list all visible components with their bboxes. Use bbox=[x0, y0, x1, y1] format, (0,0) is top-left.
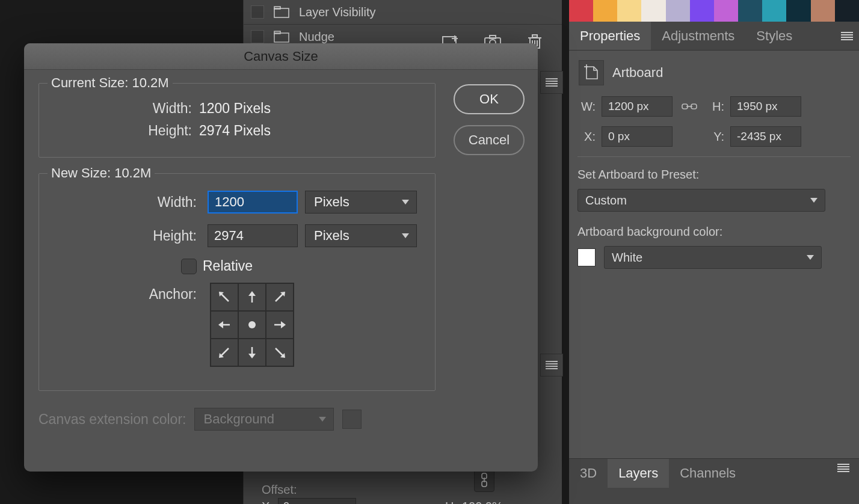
height-units-dropdown[interactable]: Pixels bbox=[305, 224, 417, 247]
thumbnail-swatch bbox=[593, 0, 617, 22]
anchor-nw[interactable] bbox=[211, 283, 238, 311]
artboard-title: Artboard bbox=[612, 65, 663, 81]
bgcolor-value: White bbox=[612, 251, 642, 265]
ok-button[interactable]: OK bbox=[454, 84, 525, 114]
chain-link-icon bbox=[479, 473, 489, 487]
thumbnail-swatch bbox=[690, 0, 714, 22]
panel-menu-button[interactable] bbox=[540, 71, 563, 94]
bgcolor-swatch[interactable] bbox=[577, 248, 596, 266]
panel-tabs: Properties Adjustments Styles bbox=[569, 22, 859, 51]
preset-dropdown[interactable]: Custom bbox=[577, 189, 825, 212]
properties-content: W: H: X: Y: Set Artboard to Preset: Cust… bbox=[569, 91, 859, 281]
width-input[interactable] bbox=[602, 96, 673, 117]
folder-icon bbox=[274, 31, 289, 43]
tab-3d[interactable]: 3D bbox=[569, 459, 608, 488]
svg-marker-37 bbox=[248, 354, 256, 358]
anchor-n[interactable] bbox=[238, 283, 266, 311]
thumbnail-swatch bbox=[714, 0, 738, 22]
link-wh-button[interactable] bbox=[679, 102, 700, 111]
offset-x-input[interactable] bbox=[278, 498, 356, 504]
new-size-legend: New Size: 10.2M bbox=[48, 165, 155, 181]
svg-marker-31 bbox=[218, 321, 223, 328]
thumbnail-swatch bbox=[666, 0, 690, 22]
current-size-legend: Current Size: 10.2M bbox=[48, 75, 173, 91]
svg-rect-1 bbox=[274, 7, 280, 9]
folder-icon bbox=[274, 6, 289, 18]
thumbnail-swatch bbox=[641, 0, 665, 22]
height-label: H: bbox=[706, 100, 724, 114]
new-height-input[interactable] bbox=[208, 224, 298, 247]
svg-marker-27 bbox=[248, 291, 256, 296]
preset-value: Custom bbox=[585, 194, 627, 207]
history-toggle-box[interactable] bbox=[251, 5, 264, 19]
preset-section-label: Set Artboard to Preset: bbox=[577, 168, 851, 182]
relative-label: Relative bbox=[203, 258, 253, 274]
offset-label: Offset: bbox=[262, 483, 297, 497]
x-input[interactable] bbox=[602, 126, 673, 147]
link-dimensions-button[interactable] bbox=[474, 468, 494, 492]
bgcolor-dropdown[interactable]: White bbox=[604, 246, 822, 269]
anchor-e[interactable] bbox=[266, 311, 294, 339]
thumbnail-swatch bbox=[786, 0, 810, 22]
svg-rect-2 bbox=[274, 33, 289, 42]
new-width-input[interactable] bbox=[208, 191, 298, 214]
bgcolor-section-label: Artboard background color: bbox=[577, 225, 851, 239]
anchor-s[interactable] bbox=[238, 339, 266, 366]
chevron-down-icon bbox=[402, 233, 409, 238]
y-input[interactable] bbox=[730, 126, 801, 147]
tab-layers[interactable]: Layers bbox=[608, 459, 669, 488]
chevron-down-icon bbox=[810, 198, 817, 203]
current-height-value: 2974 Pixels bbox=[199, 123, 271, 139]
thumbnail-swatch bbox=[811, 0, 835, 22]
width-units-dropdown[interactable]: Pixels bbox=[305, 191, 417, 214]
thumbnail-swatch bbox=[738, 0, 762, 22]
current-width-value: 1200 Pixels bbox=[199, 100, 271, 117]
thumbnail-strip bbox=[569, 0, 859, 22]
chevron-down-icon bbox=[319, 417, 326, 422]
width-label: W: bbox=[577, 100, 596, 114]
anchor-se[interactable] bbox=[266, 339, 294, 366]
dialog-title: Canvas Size bbox=[24, 43, 538, 70]
offset-row: X: H: 100.0% bbox=[262, 498, 503, 504]
current-width-label: Width: bbox=[50, 100, 199, 117]
current-height-label: Height: bbox=[50, 123, 199, 139]
chevron-down-icon bbox=[402, 200, 409, 204]
tab-channels[interactable]: Channels bbox=[669, 459, 747, 488]
history-toggle-box[interactable] bbox=[251, 30, 264, 43]
cancel-button[interactable]: Cancel bbox=[454, 125, 525, 155]
new-height-label: Height: bbox=[50, 228, 200, 244]
right-panel: Properties Adjustments Styles Artboard W… bbox=[569, 0, 859, 504]
current-size-fieldset: Current Size: 10.2M Width: 1200 Pixels H… bbox=[38, 83, 436, 158]
panel-menu-button[interactable] bbox=[835, 22, 859, 50]
extension-color-value: Background bbox=[203, 411, 274, 427]
canvas-size-dialog: Canvas Size OK Cancel Current Size: 10.2… bbox=[24, 43, 538, 472]
tab-properties[interactable]: Properties bbox=[569, 22, 651, 50]
history-row-label: Nudge bbox=[299, 30, 334, 44]
svg-rect-15 bbox=[532, 35, 537, 37]
extension-color-dropdown: Background bbox=[194, 408, 334, 431]
anchor-center[interactable] bbox=[238, 311, 266, 339]
anchor-w[interactable] bbox=[211, 311, 238, 339]
relative-checkbox[interactable] bbox=[181, 259, 197, 274]
svg-marker-33 bbox=[281, 321, 286, 328]
offset-h-label: H: bbox=[445, 500, 457, 505]
tab-adjustments[interactable]: Adjustments bbox=[651, 22, 745, 50]
panel-menu-button[interactable] bbox=[831, 464, 855, 472]
thumbnail-swatch bbox=[569, 0, 593, 22]
panel-menu-button[interactable] bbox=[540, 354, 563, 376]
chevron-down-icon bbox=[807, 255, 814, 260]
thumbnail-swatch bbox=[762, 0, 786, 22]
width-units-value: Pixels bbox=[314, 194, 349, 210]
extension-color-swatch bbox=[342, 410, 362, 429]
offset-h-value: 100.0% bbox=[462, 500, 503, 505]
anchor-ne[interactable] bbox=[266, 283, 294, 311]
extension-color-label: Canvas extension color: bbox=[38, 411, 186, 428]
svg-rect-0 bbox=[274, 8, 289, 17]
bottom-panel-tabs: 3D Layers Channels bbox=[569, 458, 859, 504]
offset-x-label: X: bbox=[262, 500, 273, 505]
history-row[interactable]: Layer Visibility bbox=[244, 0, 562, 24]
height-input[interactable] bbox=[730, 96, 801, 117]
anchor-sw[interactable] bbox=[211, 339, 238, 366]
anchor-label: Anchor: bbox=[50, 283, 200, 303]
tab-styles[interactable]: Styles bbox=[745, 22, 803, 50]
